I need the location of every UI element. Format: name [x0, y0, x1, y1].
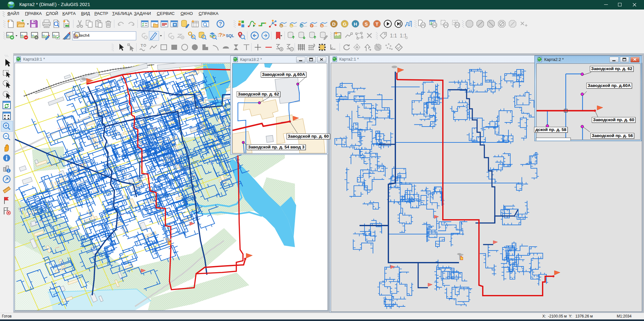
svg-text:T: T	[375, 21, 378, 27]
svg-text:G: G	[343, 21, 347, 27]
svg-text:SQL: SQL	[226, 34, 234, 38]
svg-text:T: T	[141, 43, 143, 48]
svg-text:S: S	[321, 24, 323, 28]
svg-text:D: D	[280, 24, 283, 28]
svg-text:D: D	[332, 21, 336, 27]
svg-text:?: ?	[219, 21, 222, 27]
svg-text:H: H	[354, 21, 357, 27]
svg-text:S: S	[365, 21, 368, 27]
svg-text:<?>: <?>	[218, 32, 225, 38]
svg-text:G: G	[290, 24, 292, 28]
svg-text:1:1: 1:1	[390, 33, 397, 38]
svg-text:T: T	[311, 24, 313, 28]
svg-text:H: H	[301, 24, 303, 28]
